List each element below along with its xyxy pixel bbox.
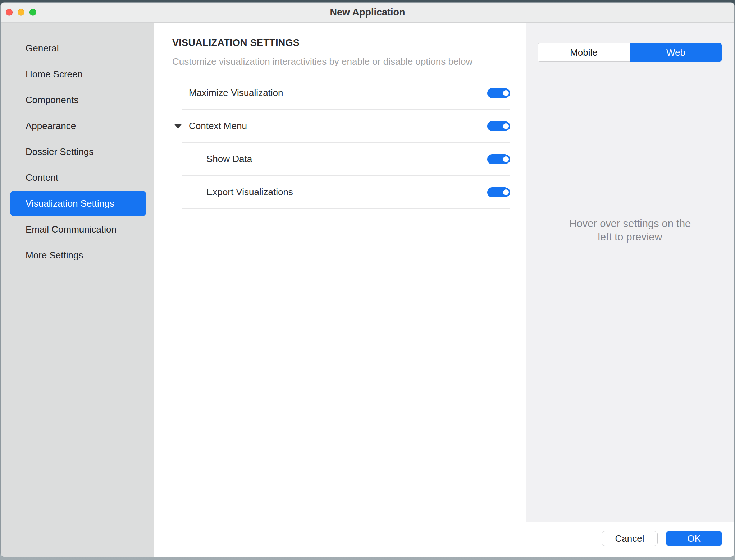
sidebar-item-general[interactable]: General: [1, 35, 154, 61]
toggle-knob: [502, 188, 510, 197]
toggle-knob: [502, 155, 510, 164]
settings-sidebar: General Home Screen Components Appearanc…: [1, 23, 154, 557]
sidebar-item-home-screen[interactable]: Home Screen: [1, 61, 154, 87]
show-data-toggle[interactable]: [487, 154, 510, 164]
sidebar-item-dossier-settings[interactable]: Dossier Settings: [1, 139, 154, 165]
minimize-window-icon[interactable]: [18, 9, 24, 15]
traffic-lights: [6, 9, 36, 15]
ok-button[interactable]: OK: [666, 531, 722, 546]
visualization-settings-pane: VISUALIZATION SETTINGS Customize visuali…: [154, 23, 526, 557]
zoom-window-icon[interactable]: [29, 9, 36, 15]
device-segmented-control: Mobile Web: [538, 43, 722, 62]
page-title: VISUALIZATION SETTINGS: [172, 37, 526, 49]
window-content: General Home Screen Components Appearanc…: [1, 23, 734, 557]
toggle-knob: [502, 122, 510, 130]
sidebar-item-visualization-settings[interactable]: Visualization Settings: [10, 191, 146, 216]
toggle-knob: [502, 89, 510, 97]
maximize-visualization-toggle[interactable]: [487, 88, 510, 98]
sidebar-item-appearance[interactable]: Appearance: [1, 113, 154, 139]
sidebar-item-more-settings[interactable]: More Settings: [1, 242, 154, 268]
setting-label: Show Data: [206, 153, 252, 165]
setting-label: Export Visualizations: [206, 187, 293, 198]
setting-row-context-menu[interactable]: Context Menu: [182, 110, 510, 143]
setting-row-export-visualizations[interactable]: Export Visualizations: [182, 176, 510, 209]
preview-column: Mobile Web Hover over settings on the le…: [526, 23, 734, 557]
preview-placeholder-text: Hover over settings on the left to previ…: [526, 217, 734, 244]
page-subtitle: Customize visualization interactivities …: [172, 56, 526, 67]
setting-label: Context Menu: [189, 120, 247, 132]
export-visualizations-toggle[interactable]: [487, 187, 510, 197]
context-menu-toggle[interactable]: [487, 121, 510, 131]
setting-label: Maximize Visualization: [189, 87, 283, 98]
sidebar-item-email-communication[interactable]: Email Communication: [1, 216, 154, 242]
tab-web[interactable]: Web: [630, 43, 722, 62]
window-title: New Application: [330, 7, 405, 18]
close-window-icon[interactable]: [6, 9, 13, 15]
collapse-chevron-icon[interactable]: [174, 124, 182, 128]
sidebar-item-content[interactable]: Content: [1, 165, 154, 191]
tab-mobile[interactable]: Mobile: [538, 43, 630, 62]
sidebar-item-components[interactable]: Components: [1, 87, 154, 113]
setting-row-show-data[interactable]: Show Data: [182, 143, 510, 176]
setting-row-maximize-visualization[interactable]: Maximize Visualization: [182, 77, 510, 110]
preview-panel: Mobile Web Hover over settings on the le…: [526, 23, 734, 522]
placeholder-line-2: left to preview: [598, 231, 662, 243]
window-titlebar[interactable]: New Application: [1, 3, 734, 23]
settings-list: Maximize Visualization Context Menu Show…: [182, 77, 510, 209]
settings-window: New Application General Home Screen Comp…: [0, 2, 735, 557]
cancel-button[interactable]: Cancel: [602, 531, 658, 546]
placeholder-line-1: Hover over settings on the: [569, 218, 691, 229]
